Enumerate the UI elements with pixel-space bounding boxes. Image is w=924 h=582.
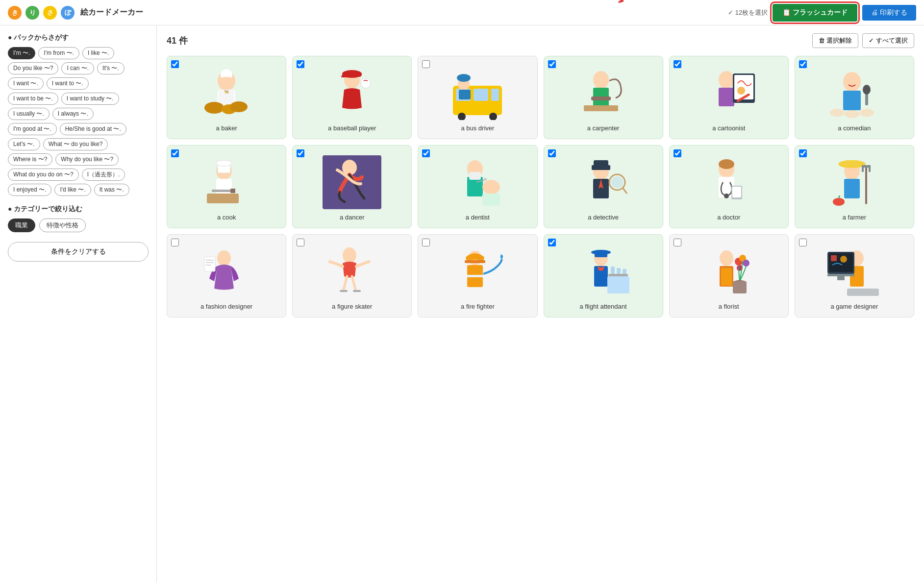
logo-po: ぽ: [61, 6, 75, 20]
svg-rect-72: [846, 160, 858, 167]
svg-point-99: [720, 250, 733, 266]
card-label-cartoonist: a cartoonist: [712, 124, 745, 133]
svg-point-24: [593, 71, 609, 89]
card-checkbox-farmer[interactable]: [799, 149, 807, 157]
card-image-carpenter: [574, 66, 633, 120]
card-image-bus_driver: [448, 66, 507, 120]
tag-it_was[interactable]: It was 〜.: [94, 184, 129, 196]
svg-point-78: [217, 250, 231, 266]
tag-where_is[interactable]: Where is 〜?: [8, 153, 52, 166]
card-image-cook: [197, 155, 256, 209]
card-fire_fighter: a fire fighter: [418, 234, 537, 317]
card-image-comedian: [825, 66, 884, 120]
tag-im[interactable]: I'm 〜.: [8, 47, 35, 59]
card-checkbox-baker[interactable]: [171, 60, 179, 68]
card-checkbox-bus_driver[interactable]: [422, 60, 430, 68]
card-label-game_designer: a game designer: [830, 302, 878, 311]
tag-i_want_to_be[interactable]: I want to be 〜.: [8, 93, 58, 105]
tag-why_do_you_like[interactable]: Why do you like 〜?: [55, 153, 119, 166]
tag-hes_good_at[interactable]: He/She is good at 〜.: [60, 123, 126, 135]
card-checkbox-dentist[interactable]: [422, 149, 430, 157]
content-actions: 🗑 選択解除 ✓ すべて選択: [812, 33, 914, 48]
tag-i_always[interactable]: I always 〜.: [52, 108, 94, 120]
tag-what_do_you_do[interactable]: What do you do on 〜?: [8, 169, 79, 181]
svg-rect-54: [482, 194, 500, 206]
card-checkbox-detective[interactable]: [548, 149, 556, 157]
svg-rect-76: [869, 165, 871, 172]
tag-its[interactable]: It's 〜.: [97, 62, 125, 74]
card-image-cartoonist: [699, 66, 758, 120]
tag-i_want_to_study[interactable]: I want to study 〜.: [61, 93, 119, 105]
card-image-florist: [699, 244, 758, 298]
card-image-figure_skater: [323, 244, 381, 298]
card-image-doctor: [699, 155, 758, 209]
card-image-baseball_player: [323, 66, 381, 120]
content-area: 41 件 🗑 選択解除 ✓ すべて選択 👨‍🍳 a baker a baseba…: [157, 25, 924, 582]
card-detective: a detective: [544, 145, 663, 228]
logo-ki: き: [8, 6, 22, 20]
card-label-fashion_designer: a fashion designer: [200, 302, 252, 311]
tag-what_do_you_like[interactable]: What 〜 do you like?: [43, 138, 108, 150]
svg-rect-67: [732, 187, 741, 197]
card-baker: 👨‍🍳 a baker: [167, 56, 286, 139]
card-checkbox-fire_fighter[interactable]: [422, 239, 430, 246]
svg-point-39: [845, 110, 859, 118]
card-checkbox-cartoonist[interactable]: [674, 60, 681, 68]
card-florist: a florist: [669, 234, 789, 317]
svg-point-38: [830, 109, 845, 117]
card-image-dentist: [448, 155, 507, 209]
card-checkbox-florist[interactable]: [674, 239, 681, 246]
print-button[interactable]: 🖨 印刷する: [862, 5, 916, 21]
flash-card-button[interactable]: 📋 フラッシュカード: [773, 4, 857, 22]
svg-point-104: [743, 260, 749, 267]
svg-rect-85: [353, 290, 361, 292]
tag-i_can[interactable]: I can 〜.: [61, 62, 94, 74]
tag-i_usually[interactable]: I usually 〜.: [8, 108, 50, 120]
svg-point-37: [863, 85, 871, 95]
tag-id_like[interactable]: I'd like 〜.: [54, 184, 91, 196]
svg-point-40: [859, 109, 874, 117]
svg-rect-94: [608, 274, 628, 276]
svg-rect-29: [719, 88, 734, 106]
content-header: 41 件 🗑 選択解除 ✓ すべて選択: [167, 33, 914, 48]
tag-i_want[interactable]: I want 〜.: [8, 77, 44, 90]
svg-rect-59: [594, 160, 608, 167]
card-label-baker: a baker: [216, 124, 237, 133]
category-tag-trait[interactable]: 特徴や性格: [39, 218, 86, 232]
card-image-baker: 👨‍🍳: [197, 66, 256, 120]
card-checkbox-doctor[interactable]: [674, 149, 681, 157]
card-checkbox-fashion_designer[interactable]: [171, 239, 179, 246]
tag-lets[interactable]: Let's 〜.: [8, 138, 40, 150]
card-checkbox-game_designer[interactable]: [799, 239, 807, 246]
card-checkbox-flight_attendant[interactable]: [548, 239, 556, 246]
deselect-button[interactable]: 🗑 選択解除: [812, 33, 859, 48]
card-checkbox-figure_skater[interactable]: [297, 239, 304, 246]
tag-im_from[interactable]: I'm from 〜.: [38, 47, 79, 59]
svg-rect-70: [844, 179, 860, 198]
svg-rect-88: [465, 260, 485, 263]
main-layout: ● パックからさがす I'm 〜.I'm from 〜.I like 〜.Do …: [0, 25, 924, 582]
clear-button[interactable]: 条件をクリアする: [8, 242, 149, 262]
svg-rect-89: [467, 275, 483, 277]
card-checkbox-dancer[interactable]: [297, 149, 304, 157]
svg-point-55: [484, 178, 487, 181]
svg-point-28: [719, 71, 734, 89]
svg-point-61: [611, 176, 623, 188]
card-checkbox-carpenter[interactable]: [548, 60, 556, 68]
tag-do_you_like[interactable]: Do you like 〜?: [8, 62, 58, 74]
category-tag-job[interactable]: 職業: [8, 218, 35, 232]
card-checkbox-cook[interactable]: [171, 149, 179, 157]
card-checkbox-baseball_player[interactable]: [297, 60, 304, 68]
card-checkbox-comedian[interactable]: [799, 60, 807, 68]
select-all-button[interactable]: ✓ すべて選択: [862, 33, 914, 48]
tag-i_enjoyed[interactable]: I enjoyed 〜.: [8, 184, 51, 196]
card-label-farmer: a farmer: [843, 213, 866, 222]
svg-rect-114: [827, 274, 854, 276]
svg-point-34: [843, 72, 861, 92]
tag-im_good_at[interactable]: I'm good at 〜.: [8, 123, 57, 135]
tag-i_like[interactable]: I like 〜.: [82, 47, 114, 59]
tag-i_past[interactable]: I（過去形）.: [82, 169, 125, 181]
card-label-cook: a cook: [217, 213, 236, 222]
card-comedian: a comedian: [795, 56, 914, 139]
tag-i_want_to[interactable]: I want to 〜.: [47, 77, 89, 90]
